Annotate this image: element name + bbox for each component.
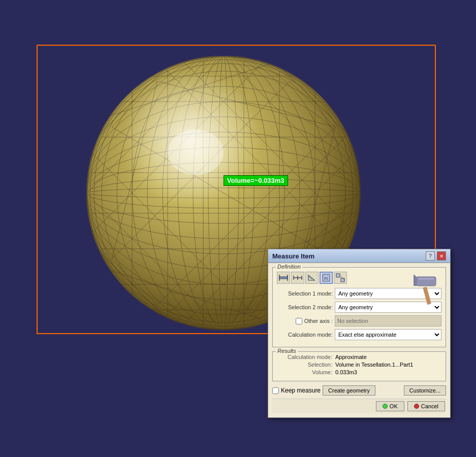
- definition-inner: m: [277, 272, 441, 340]
- definition-group-label: Definition: [276, 264, 302, 270]
- result-calculation-mode-row: Calculation mode: Approximate: [277, 354, 441, 360]
- result-volume-value: 0.033m3: [335, 369, 357, 375]
- other-axis-row: Other axis :: [277, 315, 441, 327]
- help-button[interactable]: ?: [426, 251, 435, 260]
- definition-group: Definition: [272, 267, 446, 347]
- close-button[interactable]: ✕: [437, 251, 446, 260]
- dialog-titlebar: Measure Item ? ✕: [268, 249, 450, 263]
- hammer-icon: [412, 272, 440, 307]
- calculation-mode-select[interactable]: Exact else approximate Exact Approximate: [335, 329, 441, 340]
- ok-button[interactable]: OK: [376, 401, 404, 411]
- svg-point-71: [168, 129, 224, 175]
- measure-between-icon[interactable]: [334, 272, 347, 284]
- dialog-body: Definition: [268, 263, 450, 417]
- calculation-mode-label: Calculation mode:: [277, 332, 333, 338]
- measure-angle-icon[interactable]: [305, 272, 319, 284]
- results-group: Results Calculation mode: Approximate Se…: [272, 351, 446, 381]
- svg-rect-72: [279, 277, 288, 279]
- other-axis-input: [335, 315, 441, 327]
- title-buttons: ? ✕: [426, 251, 446, 260]
- cancel-label: Cancel: [421, 403, 438, 409]
- dialog-title: Measure Item: [272, 252, 314, 260]
- ok-label: OK: [390, 403, 398, 409]
- measure-chains-icon[interactable]: [291, 272, 304, 284]
- volume-label: Volume=~0.033m3: [224, 175, 288, 186]
- 3d-viewport[interactable]: Volume=~0.033m3 Measure Item ? ✕ Definit…: [0, 0, 476, 457]
- action-row: Keep measure Create geometry Customize..…: [272, 385, 446, 396]
- svg-marker-86: [414, 274, 417, 286]
- svg-rect-81: [336, 274, 340, 277]
- result-selection-label: Selection:: [277, 362, 335, 368]
- result-calc-mode-value: Approximate: [335, 354, 367, 360]
- svg-text:m: m: [324, 276, 328, 281]
- result-calc-mode-label: Calculation mode:: [277, 354, 335, 360]
- selection2-label: Selection 2 mode:: [277, 304, 333, 310]
- result-volume-row: Volume: 0.033m3: [277, 369, 441, 375]
- selection1-label: Selection 1 mode:: [277, 290, 333, 297]
- svg-rect-84: [423, 286, 431, 305]
- svg-rect-82: [341, 278, 344, 282]
- keep-measure-checkbox[interactable]: [272, 387, 279, 394]
- result-selection-row: Selection: Volume in Tessellation.1...Pa…: [277, 362, 441, 368]
- svg-rect-87: [419, 278, 434, 280]
- ok-cancel-row: OK Cancel: [272, 399, 446, 413]
- measure-distance-icon[interactable]: [277, 272, 290, 284]
- customize-button[interactable]: Customize...: [404, 385, 446, 396]
- cancel-icon: [414, 404, 419, 409]
- result-volume-label: Volume:: [277, 369, 335, 375]
- ok-icon: [383, 404, 388, 409]
- result-selection-value: Volume in Tessellation.1...Part1: [335, 362, 413, 368]
- measure-item-icon[interactable]: m: [320, 272, 333, 284]
- keep-measure-label: Keep measure: [281, 387, 321, 394]
- calculation-mode-row: Calculation mode: Exact else approximate…: [277, 329, 441, 340]
- other-axis-label: Other axis :: [304, 318, 333, 324]
- cancel-button[interactable]: Cancel: [407, 401, 445, 411]
- other-axis-checkbox[interactable]: [296, 318, 302, 324]
- measure-item-dialog: Measure Item ? ✕ Definition: [268, 249, 451, 418]
- results-group-label: Results: [276, 348, 298, 354]
- create-geometry-button[interactable]: Create geometry: [323, 385, 375, 396]
